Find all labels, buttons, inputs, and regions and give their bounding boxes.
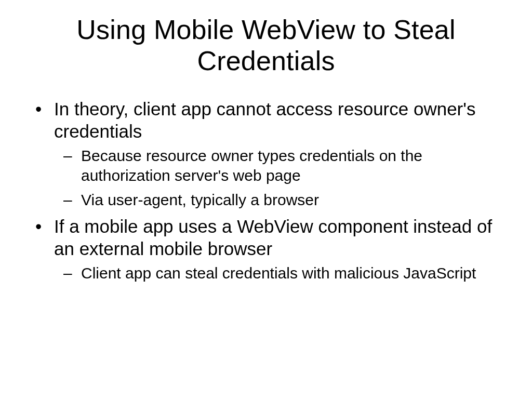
bullet-text: In theory, client app cannot access reso… — [54, 99, 475, 142]
sub-bullet-text: Via user-agent, typically a browser — [81, 191, 319, 208]
sub-bullet-item: Client app can steal credentials with ma… — [79, 263, 501, 283]
sub-bullet-item: Because resource owner types credentials… — [79, 146, 501, 185]
sub-bullet-list: Because resource owner types credentials… — [54, 146, 501, 210]
sub-bullet-text: Client app can steal credentials with ma… — [81, 264, 476, 282]
sub-bullet-text: Because resource owner types credentials… — [81, 147, 422, 184]
bullet-list: In theory, client app cannot access reso… — [31, 98, 501, 283]
slide: Using Mobile WebView to Steal Credential… — [0, 0, 532, 399]
sub-bullet-list: Client app can steal credentials with ma… — [54, 263, 501, 283]
sub-bullet-item: Via user-agent, typically a browser — [79, 190, 501, 210]
bullet-text: If a mobile app uses a WebView component… — [54, 216, 492, 259]
bullet-item: If a mobile app uses a WebView component… — [50, 215, 501, 283]
slide-title: Using Mobile WebView to Steal Credential… — [31, 15, 501, 77]
bullet-item: In theory, client app cannot access reso… — [50, 98, 501, 210]
